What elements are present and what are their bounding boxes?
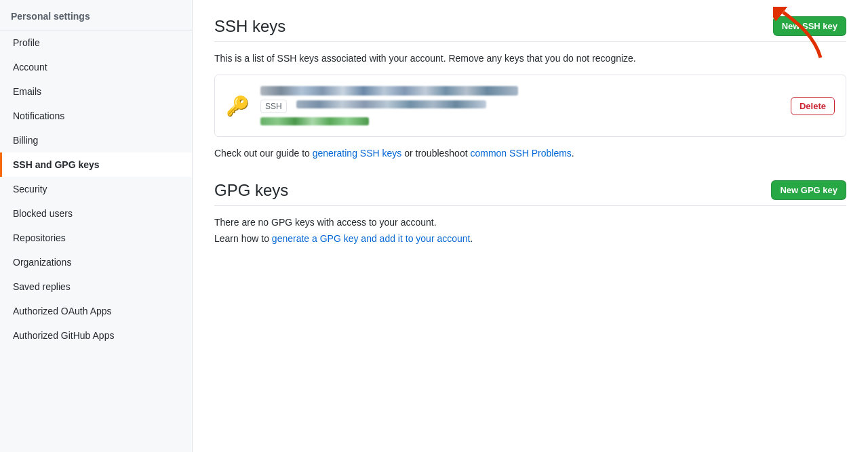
key-type-badge: SSH (260, 100, 287, 113)
main-content: SSH keys New SSH key This is a list of S… (193, 0, 868, 452)
sidebar-item-saved-replies[interactable]: Saved replies (0, 274, 192, 299)
arrow-annotation (773, 7, 827, 61)
delete-key-button[interactable]: Delete (791, 97, 835, 115)
ssh-guide-text: Check out our guide to generating SSH ke… (214, 148, 846, 159)
sidebar-item-emails[interactable]: Emails (0, 79, 192, 104)
sidebar-header: Personal settings (0, 0, 192, 30)
ssh-divider (214, 41, 846, 42)
ssh-info-text: This is a list of SSH keys associated wi… (214, 53, 846, 64)
key-details: SSH (260, 86, 780, 125)
key-icon: 🔑 (226, 95, 250, 117)
sidebar-item-account[interactable]: Account (0, 55, 192, 79)
sidebar-item-repositories[interactable]: Repositories (0, 226, 192, 250)
sidebar-item-oauth-apps[interactable]: Authorized OAuth Apps (0, 299, 192, 323)
generate-gpg-key-link[interactable]: generate a GPG key and add it to your ac… (272, 233, 471, 244)
gpg-learn-text: Learn how to generate a GPG key and add … (214, 233, 846, 244)
sidebar-item-blocked-users[interactable]: Blocked users (0, 201, 192, 226)
guide-suffix: . (572, 148, 574, 159)
new-gpg-key-button[interactable]: New GPG key (771, 180, 846, 200)
sidebar-item-ssh-gpg[interactable]: SSH and GPG keys (0, 152, 192, 177)
ssh-section-header: SSH keys New SSH key (214, 16, 846, 36)
gpg-divider (214, 205, 846, 206)
sidebar-item-billing[interactable]: Billing (0, 128, 192, 152)
gpg-section-header: GPG keys New GPG key (214, 180, 846, 200)
sidebar: Personal settings Profile Account Emails… (0, 0, 193, 452)
ssh-key-entry: 🔑 SSH Delete (214, 75, 846, 137)
learn-prefix: Learn how to (214, 233, 272, 244)
key-added-date-blurred (260, 117, 369, 125)
common-ssh-problems-link[interactable]: common SSH Problems (470, 148, 571, 159)
sidebar-item-notifications[interactable]: Notifications (0, 104, 192, 128)
sidebar-item-organizations[interactable]: Organizations (0, 250, 192, 274)
sidebar-item-profile[interactable]: Profile (0, 30, 192, 55)
guide-mid: or troubleshoot (401, 148, 470, 159)
generating-ssh-keys-link[interactable]: generating SSH keys (313, 148, 402, 159)
sidebar-item-github-apps[interactable]: Authorized GitHub Apps (0, 323, 192, 348)
learn-suffix: . (470, 233, 473, 244)
no-gpg-text: There are no GPG keys with access to you… (214, 217, 846, 228)
key-fingerprint-blurred (296, 100, 486, 108)
sidebar-item-security[interactable]: Security (0, 177, 192, 201)
guide-prefix: Check out our guide to (214, 148, 313, 159)
ssh-section-title: SSH keys (214, 17, 285, 36)
gpg-section: GPG keys New GPG key There are no GPG ke… (214, 180, 846, 244)
key-name-blurred (260, 86, 518, 96)
gpg-section-title: GPG keys (214, 181, 288, 200)
